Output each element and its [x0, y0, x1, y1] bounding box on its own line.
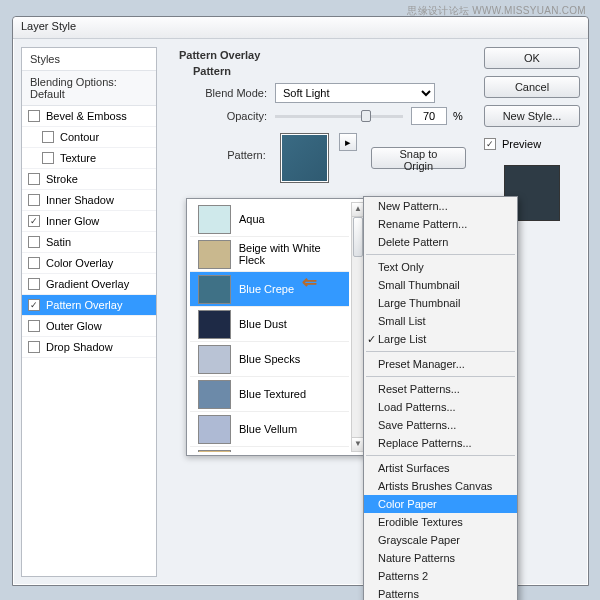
new-style-button[interactable]: New Style... [484, 105, 580, 127]
menu-item[interactable]: Patterns [364, 585, 517, 600]
menu-item[interactable]: New Pattern... [364, 197, 517, 215]
style-item-satin[interactable]: Satin [22, 232, 156, 253]
pattern-thumb [198, 450, 231, 453]
pattern-item[interactable]: Blue Textured [190, 377, 349, 412]
annotation-arrow-icon: ⇐ [302, 271, 336, 285]
opacity-slider[interactable] [275, 109, 403, 123]
menu-separator [366, 376, 515, 377]
pattern-thumb [198, 345, 231, 374]
menu-item[interactable]: Preset Manager... [364, 355, 517, 373]
snap-to-origin-button[interactable]: Snap to Origin [371, 147, 466, 169]
style-checkbox[interactable] [28, 257, 40, 269]
styles-header[interactable]: Styles [22, 48, 156, 71]
menu-separator [366, 351, 515, 352]
style-checkbox[interactable] [28, 173, 40, 185]
style-checkbox[interactable] [28, 341, 40, 353]
opacity-unit: % [453, 110, 463, 122]
style-item-pattern-overlay[interactable]: ✓Pattern Overlay [22, 295, 156, 316]
style-item-inner-glow[interactable]: ✓Inner Glow [22, 211, 156, 232]
pattern-name: Beige with White Fleck [239, 242, 349, 266]
style-label: Gradient Overlay [46, 278, 129, 290]
blending-options-header[interactable]: Blending Options: Default [22, 71, 156, 106]
style-label: Satin [46, 236, 71, 248]
style-checkbox[interactable] [28, 110, 40, 122]
pattern-thumb [198, 240, 231, 269]
menu-item[interactable]: Rename Pattern... [364, 215, 517, 233]
dialog-title: Layer Style [13, 17, 588, 39]
style-item-texture[interactable]: Texture [22, 148, 156, 169]
pattern-item[interactable]: Beige with White Fleck [190, 237, 349, 272]
style-checkbox[interactable]: ✓ [28, 215, 40, 227]
style-checkbox[interactable] [42, 131, 54, 143]
style-label: Pattern Overlay [46, 299, 122, 311]
pattern-item[interactable]: Blue Dust [190, 307, 349, 342]
pattern-label: Pattern: [191, 149, 266, 161]
pattern-name: Aqua [239, 213, 265, 225]
menu-item[interactable]: Large Thumbnail [364, 294, 517, 312]
menu-item[interactable]: Reset Patterns... [364, 380, 517, 398]
scroll-thumb[interactable] [353, 217, 363, 257]
menu-item[interactable]: Small List [364, 312, 517, 330]
menu-item[interactable]: Small Thumbnail [364, 276, 517, 294]
style-item-stroke[interactable]: Stroke [22, 169, 156, 190]
style-item-drop-shadow[interactable]: Drop Shadow [22, 337, 156, 358]
style-checkbox[interactable] [28, 194, 40, 206]
pattern-item[interactable]: Blue Vellum [190, 412, 349, 447]
menu-separator [366, 455, 515, 456]
pattern-item[interactable]: Blue Specks [190, 342, 349, 377]
menu-item[interactable]: Load Patterns... [364, 398, 517, 416]
preview-checkbox[interactable]: ✓ [484, 138, 496, 150]
style-checkbox[interactable] [28, 278, 40, 290]
style-label: Outer Glow [46, 320, 102, 332]
pattern-thumb [198, 275, 231, 304]
menu-item[interactable]: ✓Large List [364, 330, 517, 348]
style-label: Texture [60, 152, 96, 164]
style-item-gradient-overlay[interactable]: Gradient Overlay [22, 274, 156, 295]
panel-subtitle: Pattern [193, 65, 466, 77]
style-label: Bevel & Emboss [46, 110, 127, 122]
style-label: Color Overlay [46, 257, 113, 269]
menu-separator [366, 254, 515, 255]
panel-title: Pattern Overlay [179, 49, 466, 61]
menu-item[interactable]: Erodible Textures [364, 513, 517, 531]
new-preset-icon[interactable]: ▸ [339, 133, 357, 151]
style-checkbox[interactable] [42, 152, 54, 164]
pattern-item[interactable]: Aqua [190, 202, 349, 237]
ok-button[interactable]: OK [484, 47, 580, 69]
style-item-contour[interactable]: Contour [22, 127, 156, 148]
style-checkbox[interactable] [28, 236, 40, 248]
pattern-name: Blue Vellum [239, 423, 297, 435]
pattern-item[interactable]: Buff Textured [190, 447, 349, 452]
blend-mode-select[interactable]: Soft Light [275, 83, 435, 103]
opacity-value[interactable] [411, 107, 447, 125]
menu-item[interactable]: Text Only [364, 258, 517, 276]
styles-panel: Styles Blending Options: Default Bevel &… [21, 47, 157, 577]
style-label: Inner Shadow [46, 194, 114, 206]
menu-item[interactable]: Color Paper [364, 495, 517, 513]
style-item-color-overlay[interactable]: Color Overlay [22, 253, 156, 274]
pattern-thumb [198, 205, 231, 234]
menu-item[interactable]: Grayscale Paper [364, 531, 517, 549]
menu-item[interactable]: Save Patterns... [364, 416, 517, 434]
pattern-name: Blue Dust [239, 318, 287, 330]
pattern-name: Blue Textured [239, 388, 306, 400]
style-checkbox[interactable] [28, 320, 40, 332]
pattern-swatch[interactable] [280, 133, 329, 183]
style-item-outer-glow[interactable]: Outer Glow [22, 316, 156, 337]
menu-item[interactable]: Patterns 2 [364, 567, 517, 585]
menu-item[interactable]: Artist Surfaces [364, 459, 517, 477]
pattern-name: Blue Specks [239, 353, 300, 365]
cancel-button[interactable]: Cancel [484, 76, 580, 98]
menu-item[interactable]: Replace Patterns... [364, 434, 517, 452]
pattern-thumb [198, 415, 231, 444]
pattern-thumb [198, 380, 231, 409]
blend-mode-label: Blend Mode: [191, 87, 267, 99]
menu-item[interactable]: Delete Pattern [364, 233, 517, 251]
style-label: Contour [60, 131, 99, 143]
style-checkbox[interactable]: ✓ [28, 299, 40, 311]
pattern-thumb [198, 310, 231, 339]
menu-item[interactable]: Artists Brushes Canvas [364, 477, 517, 495]
style-item-inner-shadow[interactable]: Inner Shadow [22, 190, 156, 211]
style-item-bevel-emboss[interactable]: Bevel & Emboss [22, 106, 156, 127]
menu-item[interactable]: Nature Patterns [364, 549, 517, 567]
